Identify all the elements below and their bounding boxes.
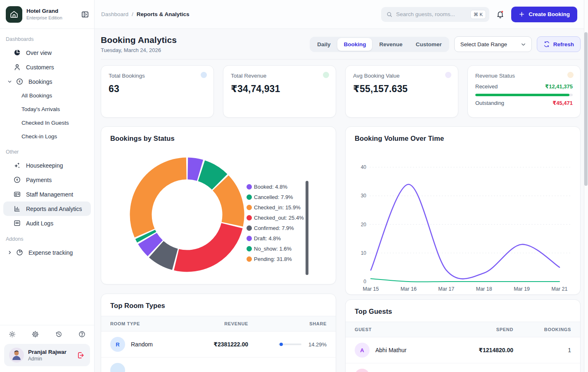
tab-booking[interactable]: Booking (337, 38, 372, 51)
sidebar-item-bookings[interactable]: ₹ Bookings (3, 74, 91, 89)
rupee-badge-icon: ₹ (13, 176, 21, 184)
guest-name: Abhi Mathur (375, 347, 406, 353)
sidebar-item-overview[interactable]: Over view (3, 45, 91, 60)
stat-card-total-revenue: Total Revenue ₹34,74,931 (223, 65, 336, 118)
revenue-progress-fill (475, 94, 569, 96)
brand-name: Hotel Grand (26, 8, 62, 14)
id-card-icon (13, 190, 21, 198)
pie-chart-icon (13, 49, 21, 57)
bookings-by-status-card: Bookings by Status Booked: 4.8%Cancelled… (101, 126, 336, 284)
sidebar-subitem-all-bookings[interactable]: All Bookings (3, 89, 91, 102)
outstanding-value: ₹45,471 (552, 100, 573, 106)
room-type-row[interactable]: R Random ₹2381222.00 14.29% (101, 332, 336, 358)
dashboard-columns: Bookings by Status Booked: 4.8%Cancelled… (101, 126, 581, 372)
stat-dot (567, 72, 574, 78)
nav-section-label: Dashboards (3, 34, 91, 45)
sidebar-item-audit-logs[interactable]: Audit Logs (3, 216, 91, 230)
search-input[interactable] (396, 11, 467, 17)
collapse-sidebar-button[interactable] (81, 10, 89, 19)
legend-item[interactable]: Draft: 4.8% (247, 235, 304, 242)
user-card[interactable]: Pranjal Rajwar Admin (4, 344, 90, 366)
help-button[interactable] (78, 330, 86, 338)
sidebar-item-payments[interactable]: ₹ Payments (3, 173, 91, 187)
chevron-down-icon (520, 41, 526, 47)
settings-button[interactable] (31, 330, 39, 338)
topbar: Dashboard / Reports & Analytics ⌘ K Crea… (95, 0, 588, 29)
sidebar-item-label: Staff Management (26, 191, 73, 198)
column-header: Spend (414, 327, 513, 332)
page-date: Tuesday, March 24, 2026 (101, 47, 177, 53)
stat-value: ₹34,74,931 (231, 83, 328, 95)
stat-value: ₹55,157.635 (353, 83, 450, 95)
tab-revenue[interactable]: Revenue (373, 38, 408, 51)
report-tabs: Daily Booking Revenue Customer (310, 37, 449, 52)
sidebar-subitem-checked-in-guests[interactable]: Checked In Guests (3, 116, 91, 130)
refresh-label: Refresh (553, 41, 574, 47)
refresh-button[interactable]: Refresh (537, 36, 581, 52)
room-type-row[interactable] (101, 358, 336, 372)
top-room-types-card: Top Room Types Room Type Revenue Share R… (101, 294, 336, 372)
sidebar-item-reports-analytics[interactable]: Reports and Analytics (3, 201, 91, 216)
legend-dot (247, 246, 252, 251)
room-avatar: R (110, 337, 125, 352)
guest-row[interactable] (346, 363, 580, 372)
room-revenue: ₹2381222.00 (194, 341, 248, 348)
sidebar-item-staff-management[interactable]: Staff Management (3, 187, 91, 201)
notifications-button[interactable] (496, 10, 505, 19)
stat-dot (201, 72, 207, 78)
plus-icon (519, 11, 525, 17)
create-booking-button[interactable]: Create Booking (511, 7, 577, 22)
legend-item[interactable]: Confirmed: 7.9% (247, 225, 304, 231)
stat-label: Total Bookings (109, 73, 206, 79)
legend-scrollbar[interactable] (306, 181, 308, 275)
tab-daily[interactable]: Daily (311, 38, 337, 51)
legend-item[interactable]: Booked: 4.8% (247, 184, 304, 190)
page-title: Booking Analytics (101, 35, 177, 45)
document-lines-icon (13, 219, 21, 227)
brand: Hotel Grand Enterprise Edition (0, 0, 94, 29)
page-scrollbar-thumb[interactable] (584, 32, 588, 186)
breadcrumb-separator: / (132, 11, 133, 17)
legend-item[interactable]: No_show: 1.6% (247, 246, 304, 252)
hotel-logo (6, 6, 22, 23)
legend-item[interactable]: Checked_in: 15.9% (247, 204, 304, 211)
sidebar: Hotel Grand Enterprise Edition Dashboard… (0, 0, 95, 372)
search-box[interactable]: ⌘ K (381, 7, 489, 22)
breadcrumb-root[interactable]: Dashboard (101, 11, 128, 17)
booking-volume-card: Booking Volume Over Time 010203040Mar 15… (345, 126, 581, 295)
sidebar-subitem-todays-arrivals[interactable]: Today's Arrivals (3, 102, 91, 116)
bell-icon (496, 10, 505, 19)
sidebar-item-label: Audit Logs (26, 220, 53, 227)
legend-item[interactable]: Checked_out: 25.4% (247, 215, 304, 221)
history-button[interactable] (55, 330, 63, 338)
guest-row[interactable]: A Abhi Mathur ₹1214820.00 1 (346, 337, 580, 363)
date-range-select[interactable]: Select Date Range (454, 36, 532, 52)
tab-customer[interactable]: Customer (410, 38, 448, 51)
sidebar-item-expense-tracking[interactable]: Expense tracking (3, 245, 91, 260)
legend-dot (247, 184, 252, 190)
theme-toggle-button[interactable] (8, 330, 16, 338)
nav-section-label: Other (3, 147, 91, 158)
sidebar-subitem-check-in-logs[interactable]: Check-in Logs (3, 130, 91, 143)
svg-text:₹: ₹ (19, 80, 21, 84)
sidebar-subitem-label: Today's Arrivals (21, 106, 60, 112)
panel-collapse-icon (81, 10, 89, 19)
report-chart-icon (13, 205, 21, 213)
room-share: 14.29% (305, 341, 327, 348)
stat-label: Revenue Status (475, 73, 573, 79)
legend-item[interactable]: Pending: 31.8% (247, 256, 304, 262)
received-label: Received (475, 83, 498, 90)
user-name: Pranjal Rajwar (28, 349, 66, 355)
sidebar-subitem-label: Check-in Logs (21, 133, 57, 140)
brand-edition: Enterprise Edition (26, 15, 62, 21)
legend-item[interactable]: Cancelled: 7.9% (247, 194, 304, 200)
svg-text:Mar 19: Mar 19 (514, 286, 530, 292)
stats-row: Total Bookings 63 Total Revenue ₹34,74,9… (101, 65, 581, 118)
stat-card-total-bookings: Total Bookings 63 (101, 65, 214, 118)
history-clock-icon (55, 330, 63, 338)
legend-dot (247, 256, 252, 262)
legend-label: Checked_in: 15.9% (254, 204, 301, 211)
sidebar-item-customers[interactable]: Customers (3, 60, 91, 74)
logout-button[interactable] (76, 351, 85, 360)
sidebar-item-housekeeping[interactable]: Housekeeping (3, 158, 91, 173)
